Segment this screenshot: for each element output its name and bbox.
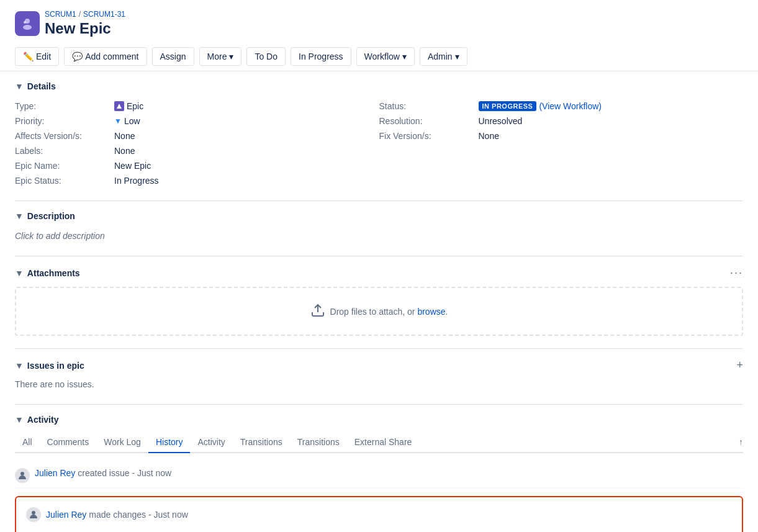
more-button[interactable]: More ▾ — [199, 47, 242, 66]
attachments-dropzone[interactable]: Drop files to attach, or browse. — [15, 287, 743, 336]
add-issue-button[interactable]: + — [736, 359, 743, 372]
activity-section-header[interactable]: ▼ Activity — [15, 415, 743, 425]
attachments-section-title: Attachments — [27, 268, 80, 278]
fix-version-label: Fix Version/s: — [379, 131, 479, 141]
changes-card-header: Julien Rey made changes - Just now — [26, 507, 732, 522]
attachments-more-button[interactable]: ··· — [730, 266, 743, 279]
issues-section-title: Issues in epic — [27, 361, 84, 371]
svg-point-6 — [20, 472, 24, 476]
status-badge: IN PROGRESS — [479, 101, 537, 111]
details-collapse-icon: ▼ — [15, 81, 24, 91]
assign-button[interactable]: Assign — [152, 47, 194, 66]
add-comment-button[interactable]: 💬 Add comment — [64, 47, 147, 66]
description-section-header[interactable]: ▼ Description — [15, 211, 743, 221]
description-section-title: Description — [27, 211, 75, 221]
attachments-collapse-icon: ▼ — [15, 268, 24, 278]
details-right-column: Status: IN PROGRESS (View Workflow) Reso… — [379, 99, 744, 188]
details-left-column: Type: Epic Priority: ▼ Low — [15, 99, 379, 188]
upload-icon — [310, 303, 325, 320]
type-label: Type: — [15, 101, 114, 111]
epic-type-icon — [114, 101, 124, 111]
breadcrumb: SCRUM1 / SCRUM1-31 New Epic — [45, 10, 125, 37]
details-section-header[interactable]: ▼ Details — [15, 81, 743, 91]
tab-transitions-1[interactable]: Transitions — [233, 432, 290, 453]
workflow-label: Workflow — [364, 52, 400, 61]
resolution-field-row: Resolution: Unresolved — [379, 114, 744, 128]
epic-status-value: In Progress — [114, 176, 159, 186]
epic-status-field-row: Epic Status: In Progress — [15, 173, 379, 188]
tab-all[interactable]: All — [15, 432, 40, 453]
workflow-button[interactable]: Workflow ▾ — [356, 47, 415, 66]
issues-section-header: ▼ Issues in epic + — [15, 359, 743, 372]
tab-activity[interactable]: Activity — [190, 432, 232, 453]
todo-label: To Do — [255, 52, 277, 61]
priority-label: Priority: — [15, 116, 114, 126]
svg-point-3 — [24, 21, 26, 24]
status-value: IN PROGRESS (View Workflow) — [479, 101, 602, 111]
tab-history[interactable]: History — [148, 432, 191, 453]
edit-button[interactable]: ✏️ Edit — [15, 47, 59, 66]
epic-name-field-row: Epic Name: New Epic — [15, 158, 379, 173]
scroll-up-button[interactable]: ↑ — [739, 437, 743, 447]
avatar-1 — [15, 468, 30, 483]
description-placeholder[interactable]: Click to add description — [15, 228, 743, 243]
description-section: ▼ Description Click to add description — [15, 211, 743, 243]
changes-action: made changes - Just now — [89, 510, 188, 520]
status-label: Status: — [379, 101, 479, 111]
col-new-header: New Value — [432, 530, 732, 532]
changes-card: Julien Rey made changes - Just now Field… — [15, 496, 743, 532]
tab-external-share[interactable]: External Share — [347, 432, 420, 453]
inprogress-button[interactable]: In Progress — [291, 47, 351, 66]
more-chevron-icon: ▾ — [229, 52, 233, 61]
col-original-header: Original Value — [204, 530, 432, 532]
inprogress-label: In Progress — [299, 52, 343, 61]
tab-worklog[interactable]: Work Log — [96, 432, 148, 453]
toolbar: ✏️ Edit 💬 Add comment Assign More ▾ To D… — [0, 42, 758, 71]
breadcrumb-issue[interactable]: SCRUM1-31 — [83, 10, 125, 19]
epic-name-label: Epic Name: — [15, 161, 114, 171]
browse-link[interactable]: browse — [417, 307, 445, 317]
todo-button[interactable]: To Do — [246, 47, 286, 66]
status-field-row: Status: IN PROGRESS (View Workflow) — [379, 99, 744, 114]
col-field-header: Field — [26, 530, 204, 532]
affects-version-value: None — [114, 131, 135, 141]
no-issues-text: There are no issues. — [15, 377, 743, 392]
svg-point-7 — [32, 511, 35, 515]
activity-author-1[interactable]: Julien Rey — [35, 468, 75, 478]
drop-text: Drop files to attach, or browse. — [330, 307, 448, 317]
issues-section-title-row[interactable]: ▼ Issues in epic — [15, 361, 84, 371]
issues-section: ▼ Issues in epic + There are no issues. — [15, 359, 743, 392]
activity-tabs: All Comments Work Log History Activity T… — [15, 432, 743, 453]
priority-value-text: Low — [124, 116, 140, 126]
type-value: Epic — [114, 101, 143, 111]
app-icon — [15, 11, 40, 36]
changes-table: Field Original Value New Value Epic Stat… — [26, 530, 732, 532]
more-label: More — [207, 52, 227, 61]
fix-version-field-row: Fix Version/s: None — [379, 128, 744, 143]
issues-collapse-icon: ▼ — [15, 361, 24, 371]
type-field-row: Type: Epic — [15, 99, 379, 114]
activity-entry-1: Julien Rey created issue - Just now — [15, 463, 743, 489]
view-workflow-link[interactable]: (View Workflow) — [539, 101, 602, 111]
activity-text-1: Julien Rey created issue - Just now — [35, 468, 171, 478]
attachments-header: ▼ Attachments ··· — [15, 266, 743, 279]
attachments-section-header[interactable]: ▼ Attachments — [15, 268, 80, 278]
drop-text-label: Drop files to attach, or — [330, 307, 415, 317]
epic-name-value: New Epic — [114, 161, 151, 171]
tab-comments[interactable]: Comments — [40, 432, 97, 453]
breadcrumb-separator: / — [79, 10, 81, 19]
labels-field-row: Labels: None — [15, 143, 379, 158]
breadcrumb-path: SCRUM1 / SCRUM1-31 — [45, 10, 125, 19]
breadcrumb-project[interactable]: SCRUM1 — [45, 10, 76, 19]
affects-version-label: Affects Version/s: — [15, 131, 114, 141]
fix-version-value: None — [479, 131, 499, 141]
changes-author-link[interactable]: Julien Rey — [46, 510, 86, 520]
page-header: SCRUM1 / SCRUM1-31 New Epic — [0, 0, 758, 42]
priority-field-row: Priority: ▼ Low — [15, 114, 379, 128]
edit-icon: ✏️ — [23, 52, 34, 61]
tab-transitions-2[interactable]: Transitions — [290, 432, 347, 453]
resolution-value: Unresolved — [479, 116, 523, 126]
admin-button[interactable]: Admin ▾ — [420, 47, 467, 66]
labels-label: Labels: — [15, 146, 114, 156]
divider-1 — [15, 201, 743, 201]
